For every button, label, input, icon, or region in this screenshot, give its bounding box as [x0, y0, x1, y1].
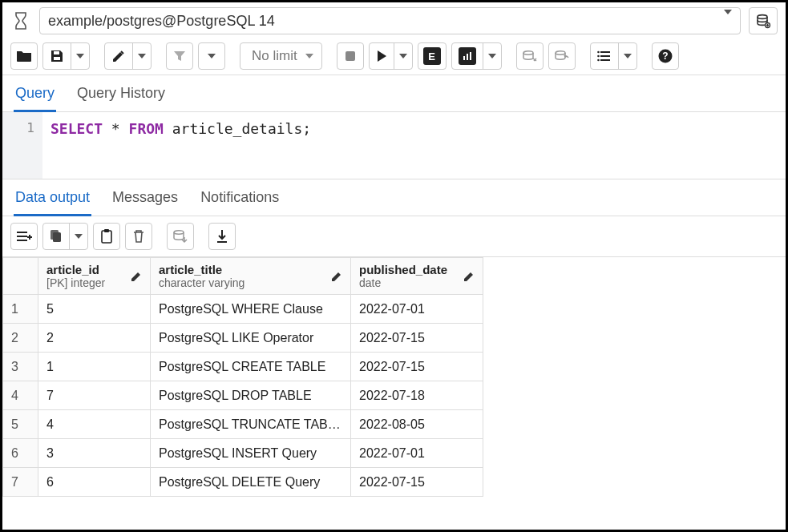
pencil-icon — [105, 43, 132, 69]
keyword-from: FROM — [129, 120, 164, 137]
explain-analyze-chevron[interactable] — [483, 43, 501, 69]
row-limit-label: No limit — [252, 48, 297, 64]
cell-article-id[interactable]: 3 — [38, 439, 151, 468]
cell-published-date[interactable]: 2022-08-05 — [351, 410, 483, 439]
tab-data-output[interactable]: Data output — [14, 184, 91, 216]
explain-analyze-button[interactable] — [451, 42, 502, 70]
explain-button[interactable]: E — [418, 42, 447, 70]
cell-article-id[interactable]: 2 — [38, 324, 151, 353]
cell-article-id[interactable]: 4 — [38, 410, 151, 439]
cell-published-date[interactable]: 2022-07-01 — [351, 439, 483, 468]
filter-button[interactable] — [166, 42, 193, 70]
copy-button[interactable] — [42, 223, 88, 250]
execute-menu-chevron[interactable] — [394, 43, 412, 69]
table-row[interactable]: 5 4 PostgreSQL TRUNCATE TAB… 2022-08-05 — [3, 410, 483, 439]
tab-notifications[interactable]: Notifications — [199, 184, 281, 216]
cell-published-date[interactable]: 2022-07-15 — [351, 324, 483, 353]
execute-button[interactable] — [369, 42, 413, 70]
svg-point-11 — [597, 55, 600, 58]
cell-article-title[interactable]: PostgreSQL WHERE Clause — [151, 295, 351, 324]
tab-query[interactable]: Query — [14, 80, 56, 112]
col-article-title-header[interactable]: article_title character varying — [151, 258, 351, 295]
row-number: 6 — [3, 439, 38, 468]
copy-chevron[interactable] — [69, 224, 87, 249]
help-button[interactable]: ? — [652, 42, 679, 70]
cell-article-id[interactable]: 7 — [38, 381, 151, 410]
cell-article-title[interactable]: PostgreSQL DROP TABLE — [151, 381, 351, 410]
result-toolbar — [2, 216, 786, 257]
table-row[interactable]: 2 2 PostgreSQL LIKE Operator 2022-07-15 — [3, 324, 483, 353]
table-row[interactable]: 4 7 PostgreSQL DROP TABLE 2022-07-18 — [3, 381, 483, 410]
col-article-id-header[interactable]: article_id [PK] integer — [38, 258, 151, 295]
paste-button[interactable] — [93, 223, 120, 250]
cell-published-date[interactable]: 2022-07-15 — [351, 468, 483, 497]
col-article-title-name: article_title — [159, 263, 244, 276]
table-row[interactable]: 3 1 PostgreSQL CREATE TABLE 2022-07-15 — [3, 353, 483, 381]
cell-article-title[interactable]: PostgreSQL DELETE Query — [151, 468, 351, 497]
cell-article-id[interactable]: 1 — [38, 353, 151, 381]
svg-point-0 — [758, 15, 767, 19]
row-number: 1 — [3, 295, 38, 324]
svg-rect-3 — [54, 57, 60, 60]
tab-query-history[interactable]: Query History — [75, 80, 167, 111]
edit-column-icon[interactable] — [331, 271, 342, 282]
svg-rect-4 — [346, 51, 355, 61]
edit-column-icon[interactable] — [463, 271, 475, 282]
col-article-id-type: [PK] integer — [46, 276, 105, 289]
download-button[interactable] — [208, 223, 236, 250]
row-number: 3 — [3, 353, 38, 381]
line-number: 1 — [2, 120, 34, 135]
save-file-button[interactable] — [42, 42, 90, 70]
cell-published-date[interactable]: 2022-07-01 — [351, 295, 483, 324]
row-number-header[interactable] — [3, 258, 38, 295]
tab-messages[interactable]: Messages — [111, 184, 180, 216]
sql-editor[interactable]: 1 SELECT * FROM article_details; — [2, 112, 786, 179]
main-toolbar: No limit E ? — [2, 38, 786, 75]
editor-code[interactable]: SELECT * FROM article_details; — [42, 112, 786, 179]
edit-menu-chevron[interactable] — [132, 43, 151, 69]
copy-icon — [43, 224, 69, 249]
new-connection-button[interactable] — [749, 7, 778, 34]
macro-chevron[interactable] — [618, 43, 636, 69]
commit-button[interactable] — [516, 42, 544, 70]
cell-published-date[interactable]: 2022-07-15 — [351, 353, 483, 381]
results-grid[interactable]: article_id [PK] integer article_title ch… — [2, 257, 786, 497]
results-table: article_id [PK] integer article_title ch… — [2, 257, 483, 497]
connection-row: example/postgres@PostgreSQL 14 — [2, 2, 786, 38]
cell-article-id[interactable]: 6 — [38, 468, 151, 497]
hourglass-icon — [10, 12, 31, 30]
results-body: 1 5 PostgreSQL WHERE Clause 2022-07-01 2… — [3, 295, 483, 497]
edit-button[interactable] — [104, 42, 152, 70]
delete-row-button[interactable] — [125, 223, 152, 250]
filter-menu-button[interactable] — [198, 42, 225, 70]
stop-button[interactable] — [337, 42, 364, 70]
row-limit-select[interactable]: No limit — [240, 42, 322, 70]
list-icon — [591, 43, 618, 69]
col-published-date-header[interactable]: published_date date — [351, 258, 483, 295]
svg-point-10 — [597, 51, 600, 54]
macro-button[interactable] — [590, 42, 637, 70]
cell-article-title[interactable]: PostgreSQL LIKE Operator — [151, 324, 351, 353]
editor-tabs: Query Query History — [2, 75, 786, 112]
save-menu-chevron[interactable] — [71, 43, 89, 69]
connection-select[interactable]: example/postgres@PostgreSQL 14 — [39, 7, 741, 34]
edit-column-icon[interactable] — [131, 271, 142, 282]
col-article-id-name: article_id — [46, 263, 105, 276]
save-data-button[interactable] — [167, 223, 194, 250]
open-file-button[interactable] — [10, 42, 38, 70]
table-row[interactable]: 7 6 PostgreSQL DELETE Query 2022-07-15 — [3, 468, 483, 497]
cell-article-title[interactable]: PostgreSQL CREATE TABLE — [151, 353, 351, 381]
table-row[interactable]: 6 3 PostgreSQL INSERT Query 2022-07-01 — [3, 439, 483, 468]
add-row-button[interactable] — [10, 223, 38, 250]
table-row[interactable]: 1 5 PostgreSQL WHERE Clause 2022-07-01 — [3, 295, 483, 324]
cell-article-title[interactable]: PostgreSQL TRUNCATE TAB… — [151, 410, 351, 439]
cell-published-date[interactable]: 2022-07-18 — [351, 381, 483, 410]
col-published-date-type: date — [359, 276, 447, 289]
rollback-button[interactable] — [548, 42, 576, 70]
col-published-date-name: published_date — [359, 263, 447, 276]
cell-article-id[interactable]: 5 — [38, 295, 151, 324]
svg-rect-6 — [467, 54, 468, 60]
editor-gutter: 1 — [2, 112, 42, 179]
svg-rect-2 — [54, 51, 59, 54]
cell-article-title[interactable]: PostgreSQL INSERT Query — [151, 439, 351, 468]
